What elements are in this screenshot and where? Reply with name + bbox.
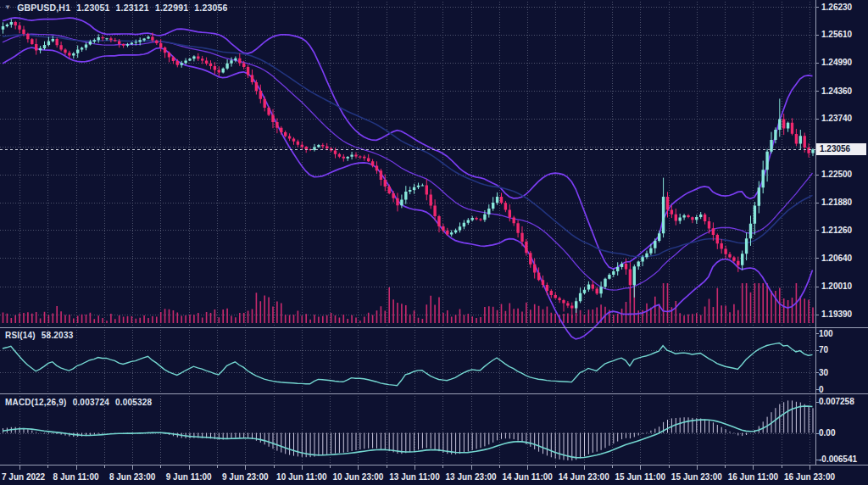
macd-indicator-value: 0.003724	[73, 398, 109, 407]
mt4-chart-window: 1.262301.256101.249901.243601.237401.225…	[0, 0, 868, 485]
symbol-collapse-icon[interactable]: ▼	[4, 3, 11, 12]
macd-signal-value: 0.005328	[115, 398, 152, 407]
current-price-tag: 1.23056	[816, 143, 866, 155]
rsi-pane-label: RSI(14) 58.2033	[5, 331, 73, 340]
chart-ohlc-header: ▼ GBPUSD,H1 1.23051 1.23121 1.22991 1.23…	[4, 3, 228, 13]
time-axis[interactable]	[0, 465, 868, 485]
symbol-timeframe-label: GBPUSD,H1	[17, 3, 70, 13]
pane-separator-macd[interactable]	[0, 392, 868, 396]
pane-separator-rsi[interactable]	[0, 326, 868, 330]
macd-indicator-name: MACD(12,26,9)	[5, 398, 67, 407]
rsi-indicator-name: RSI(14)	[5, 331, 36, 340]
ohlc-low: 1.22991	[155, 3, 188, 13]
macd-pane-label: MACD(12,26,9) 0.003724 0.005328	[5, 398, 152, 407]
rsi-indicator-value: 58.2033	[42, 331, 74, 340]
chart-canvas[interactable]: 1.262301.256101.249901.243601.237401.225…	[0, 0, 868, 485]
ohlc-close: 1.23056	[194, 3, 227, 13]
ohlc-open: 1.23051	[76, 3, 109, 13]
ohlc-high: 1.23121	[116, 3, 149, 13]
